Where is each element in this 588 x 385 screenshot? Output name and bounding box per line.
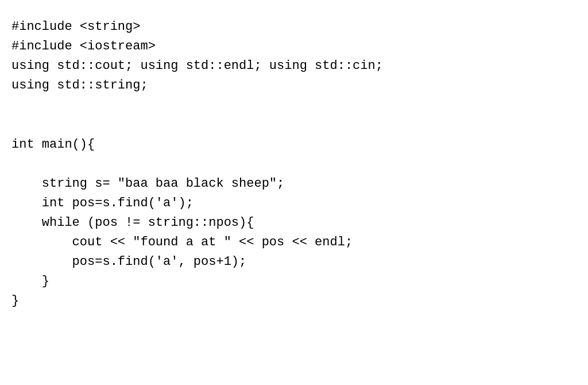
code-container: #include <string> #include <iostream> us…: [0, 0, 588, 385]
code-block: #include <string> #include <iostream> us…: [11, 17, 577, 311]
